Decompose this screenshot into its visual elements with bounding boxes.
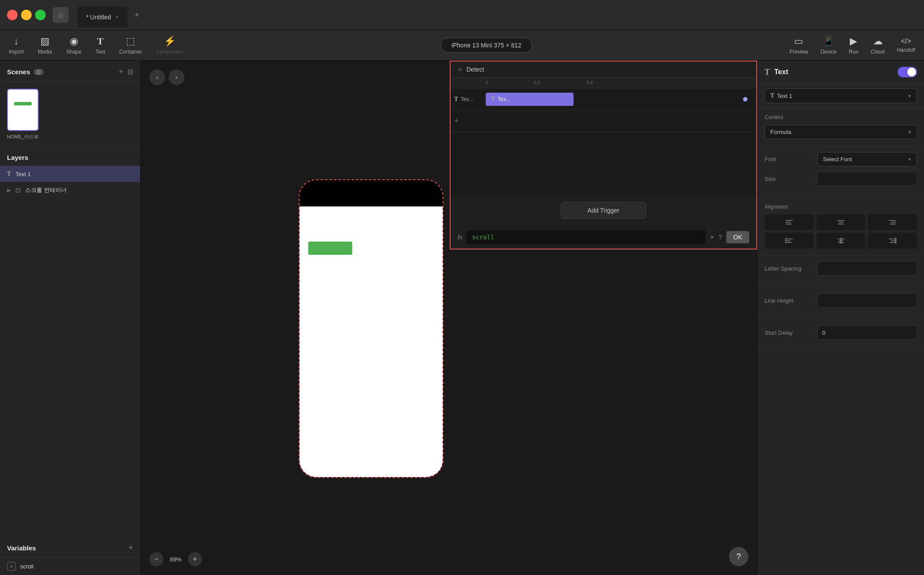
toolbar-right: ▭ Preview 📱 Device ▶ Run ☁ Cloud </> Han… (789, 36, 915, 55)
text-icon: T (97, 36, 104, 47)
letter-spacing-input[interactable] (817, 261, 917, 275)
right-title: Text (774, 68, 893, 76)
run-icon: ▶ (850, 36, 857, 47)
toggle-knob (907, 68, 916, 76)
tab-title: * Untitled (86, 14, 111, 21)
minimize-button[interactable] (21, 10, 32, 20)
alignment-grid (765, 214, 917, 249)
import-label: Import (9, 49, 24, 55)
device-selector[interactable]: iPhone 13 Mini 375 × 812 (440, 38, 532, 53)
scene-thumbnail[interactable]: HOME_카드뷰 (7, 89, 39, 140)
timeline-dot (743, 97, 747, 101)
preview-label: Preview (789, 49, 808, 55)
handoff-tool[interactable]: </> Handoff (897, 37, 915, 53)
layer-select-arrow-icon: ▾ (908, 93, 911, 99)
toggle-switch[interactable] (898, 67, 917, 77)
alignment-row-top (765, 214, 917, 230)
zoom-out-button[interactable]: − (149, 552, 163, 566)
device-tool[interactable]: 📱 Device (820, 36, 837, 55)
align-center-top-button[interactable] (816, 214, 866, 230)
zoom-in-button[interactable]: + (188, 552, 202, 566)
formula-plus-icon[interactable]: + (710, 233, 714, 241)
toolbar: ↓ Import ▨ Media ◉ Shape T Text ⬚ Contai… (0, 30, 924, 61)
line-height-input[interactable] (817, 293, 917, 307)
font-dropdown[interactable]: Select Font ▾ (817, 152, 917, 166)
align-right-top-button[interactable] (868, 214, 917, 230)
ruler-02: 0.2 (534, 80, 540, 85)
detect-title: Detect (466, 66, 484, 73)
align-left-top-button[interactable] (765, 214, 814, 230)
canvas-area[interactable]: ‹ › HOME_카드뷰 − 89% + ? ⊹ Detect 0 (141, 61, 757, 575)
timeline-row-add: + (451, 110, 756, 132)
timeline-add-icon[interactable]: + (454, 116, 459, 126)
start-delay-label: Start Delay (765, 329, 817, 336)
traffic-lights (7, 10, 46, 20)
text-tool[interactable]: T Text (95, 36, 105, 55)
container-icon: ⬚ (126, 36, 135, 47)
shape-tool[interactable]: ◉ Shape (66, 36, 82, 55)
start-delay-section: Start Delay 0 (758, 319, 924, 351)
home-button[interactable]: ⌂ (53, 7, 69, 23)
scenes-sort-icon[interactable]: ⊟ (127, 68, 133, 76)
formula-ok-button[interactable]: OK (726, 231, 749, 243)
tab-close-icon[interactable]: × (116, 14, 119, 20)
font-label: Font (765, 156, 817, 163)
content-type-arrow-icon: ▾ (908, 129, 911, 135)
media-tool[interactable]: ▨ Media (38, 36, 52, 55)
active-tab[interactable]: * Untitled × (77, 7, 127, 28)
right-header: T Text (758, 61, 924, 84)
handoff-label: Handoff (897, 47, 915, 53)
right-panel: T Text T Text 1 ▾ Content Formula ▾ (757, 61, 924, 575)
device-label: Device (820, 49, 837, 55)
letter-spacing-label: Letter Spacing (765, 265, 817, 272)
component-tool[interactable]: ⚡ Component (156, 36, 183, 55)
import-tool[interactable]: ↓ Import (9, 36, 24, 55)
start-delay-input[interactable]: 0 (817, 325, 917, 340)
new-tab-button[interactable]: + (131, 9, 143, 21)
component-icon: ⚡ (164, 36, 176, 47)
zoom-controls: − 89% + (149, 552, 202, 566)
track-label: Tex... (461, 96, 473, 102)
content-row: Formula ▾ (765, 125, 917, 139)
handoff-icon: </> (901, 37, 911, 45)
shape-label: Shape (66, 49, 82, 55)
variables-list: x scroll (0, 557, 140, 575)
size-input[interactable] (817, 172, 917, 186)
scenes-add-icon[interactable]: + (119, 68, 123, 76)
layer-select-dropdown[interactable]: T Text 1 ▾ (765, 88, 917, 103)
timeline-bar[interactable]: T Tex... (486, 93, 574, 106)
font-row: Font Select Font ▾ (765, 152, 917, 166)
timeline-row-text: T Tex... T Tex... (451, 88, 756, 110)
forward-button[interactable]: › (169, 69, 184, 85)
back-button[interactable]: ‹ (149, 69, 165, 85)
container-tool[interactable]: ⬚ Container (119, 36, 142, 55)
run-tool[interactable]: ▶ Run (849, 36, 859, 55)
layer-item-scroll[interactable]: ▶ ⊡ 스크롤 컨테이너 (0, 182, 140, 199)
bar-text-icon: T (491, 96, 495, 103)
align-left-mid-button[interactable] (765, 233, 814, 249)
content-type-dropdown[interactable]: Formula ▾ (765, 125, 917, 139)
formula-question-icon[interactable]: ? (718, 234, 722, 241)
canvas-nav: ‹ › (149, 69, 184, 85)
cloud-tool[interactable]: ☁ Cloud (871, 36, 884, 55)
layer-scroll-name: 스크롤 컨테이너 (25, 186, 67, 194)
add-trigger-button[interactable]: Add Trigger (561, 202, 646, 219)
variable-item-scroll: x scroll (0, 557, 140, 575)
layer-text-icon: T (7, 170, 11, 177)
variables-add-icon[interactable]: + (128, 543, 133, 553)
preview-tool[interactable]: ▭ Preview (789, 36, 808, 55)
variables-header: Variables + (0, 537, 140, 557)
align-right-mid-button[interactable] (868, 233, 917, 249)
letter-spacing-section: Letter Spacing (758, 255, 924, 287)
close-button[interactable] (7, 10, 18, 20)
detect-timeline: 0 0.2 0.4 T Tex... T Tex... (451, 78, 756, 195)
scene-label: HOME_카드뷰 (7, 134, 39, 140)
device-frame (299, 179, 444, 478)
layer-item-text1[interactable]: T Text 1 (0, 166, 140, 182)
detect-panel: ⊹ Detect 0 0.2 0.4 T Tex... T (450, 61, 757, 250)
maximize-button[interactable] (35, 10, 46, 20)
formula-input[interactable] (467, 230, 706, 244)
variable-icon: x (7, 562, 16, 571)
help-button[interactable]: ? (729, 547, 748, 566)
align-center-mid-button[interactable] (816, 233, 866, 249)
